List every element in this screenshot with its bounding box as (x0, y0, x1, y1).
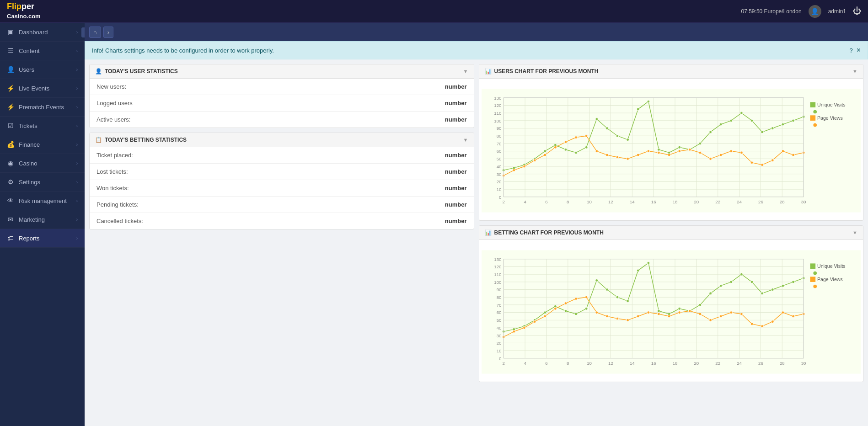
svg-text:10: 10 (587, 199, 592, 204)
svg-text:16: 16 (651, 361, 656, 366)
svg-point-235 (709, 319, 712, 321)
svg-text:4: 4 (524, 199, 526, 204)
svg-point-208 (740, 273, 743, 276)
svg-point-229 (647, 311, 649, 314)
users-chart-collapse[interactable]: ▼ (852, 69, 857, 74)
alert-help-icon[interactable]: ? (849, 47, 852, 54)
users-chart-icon: 📊 (485, 68, 492, 75)
svg-text:110: 110 (494, 272, 501, 277)
table-row: Ticket placed: number (90, 147, 474, 164)
ticket-placed-label: Ticket placed: (96, 152, 133, 159)
svg-text:6: 6 (545, 199, 547, 204)
live-events-icon: ⚡ (7, 85, 14, 92)
new-users-label: New users: (96, 83, 126, 90)
content-icon: ☰ (7, 47, 14, 54)
svg-text:12: 12 (608, 199, 613, 204)
svg-text:30: 30 (801, 361, 806, 366)
svg-text:24: 24 (737, 199, 742, 204)
sidebar-item-dashboard[interactable]: ▣Dashboard › (0, 23, 85, 42)
settings-icon: ⚙ (7, 178, 14, 186)
svg-text:28: 28 (779, 361, 784, 366)
svg-text:60: 60 (496, 149, 501, 154)
logout-button[interactable]: ⏻ (853, 6, 861, 16)
betting-chart-collapse[interactable]: ▼ (852, 230, 857, 235)
chevron-right-icon: › (76, 217, 78, 222)
user-stats-card: 👤 TODAY's USER STATISTICS ▼ New users: n… (89, 64, 474, 128)
users-chart-header: 📊 USERS CHART FOR PREVIOUS MONTH ▼ (479, 64, 863, 79)
sidebar-item-settings[interactable]: ⚙Settings › (0, 173, 85, 192)
svg-point-71 (626, 138, 629, 141)
svg-point-96 (574, 136, 577, 139)
logged-users-label: Logged users (96, 100, 133, 106)
betting-chart-icon: 📊 (485, 229, 492, 236)
betting-stats-collapse[interactable]: ▼ (463, 137, 468, 143)
svg-rect-126 (482, 250, 861, 373)
svg-point-225 (605, 315, 608, 318)
sidebar-item-reports[interactable]: 🏷Reports › (0, 229, 85, 248)
chevron-right-icon: › (76, 123, 78, 128)
reports-icon: 🏷 (7, 234, 14, 242)
svg-point-106 (678, 150, 680, 153)
svg-point-85 (771, 127, 774, 130)
sidebar-item-live-events[interactable]: ⚡Live Events › (0, 79, 85, 98)
sidebar-item-risk-management[interactable]: 👁Risk management › (0, 192, 85, 210)
betting-chart-card: 📊 BETTING CHART FOR PREVIOUS MONTH ▼ 010… (479, 225, 864, 382)
user-stats-icon: 👤 (95, 68, 102, 75)
svg-text:Page Views: Page Views (817, 277, 843, 282)
pending-tickets-label: Pending tickets: (96, 201, 139, 208)
sidebar-item-casino[interactable]: ◉Casino › (0, 154, 85, 173)
svg-point-237 (729, 311, 732, 314)
finance-icon: 💰 (7, 141, 14, 148)
alert-close-button[interactable]: × (857, 46, 861, 54)
sidebar-item-tickets[interactable]: ☑Tickets › (0, 117, 85, 135)
sidebar-item-marketing[interactable]: ✉Marketing › (0, 210, 85, 229)
active-users-value: number (445, 116, 467, 123)
chevron-right-icon: › (76, 236, 78, 241)
svg-point-220 (554, 307, 557, 310)
svg-point-211 (771, 288, 774, 291)
svg-point-194 (595, 279, 598, 282)
breadcrumb-home-button[interactable]: ⌂ (89, 27, 101, 38)
svg-text:Page Views: Page Views (817, 115, 843, 121)
betting-stats-card: 📋 TODAY's BETTING STATISTICS ▼ Ticket pl… (89, 133, 474, 229)
chevron-right-icon: › (76, 48, 78, 53)
svg-text:10: 10 (496, 187, 501, 192)
svg-text:22: 22 (715, 199, 720, 204)
svg-point-115 (771, 159, 774, 162)
svg-text:130: 130 (494, 96, 501, 101)
cancelled-tickets-value: number (445, 218, 467, 224)
sidebar-item-users[interactable]: 👤Users › (0, 60, 85, 79)
users-chart-container: 0102030405060708090100110120130246810121… (479, 79, 863, 220)
sidebar-item-prematch-events[interactable]: ⚡Prematch Events › (0, 98, 85, 117)
svg-point-63 (543, 150, 546, 153)
sidebar-toggle[interactable]: ‹ (81, 27, 85, 37)
svg-point-218 (533, 320, 536, 323)
breadcrumb-next-button[interactable]: › (103, 27, 113, 38)
svg-text:100: 100 (494, 118, 501, 123)
header-right: 07:59:50 Europe/London 👤 admin1 ⏻ (741, 5, 861, 18)
info-alert: Info! Charts settings needs to be config… (85, 41, 868, 59)
sidebar-item-finance[interactable]: 💰Finance › (0, 135, 85, 154)
tickets-icon: ☑ (7, 122, 14, 129)
svg-text:120: 120 (494, 103, 501, 108)
svg-point-95 (564, 141, 567, 144)
user-stats-collapse[interactable]: ▼ (463, 69, 468, 74)
svg-text:24: 24 (737, 361, 742, 366)
new-users-value: number (445, 83, 467, 90)
svg-point-93 (543, 154, 546, 156)
svg-text:6: 6 (545, 361, 547, 366)
svg-point-216 (512, 330, 515, 333)
sidebar-label-reports: Reports (19, 235, 40, 242)
table-row: Lost tickets: number (90, 164, 474, 180)
svg-point-86 (781, 123, 784, 126)
sidebar-label-risk: Risk management (19, 197, 67, 204)
prematch-icon: ⚡ (7, 103, 14, 111)
user-stats-table: New users: number Logged users number Ac… (90, 79, 474, 128)
svg-text:130: 130 (494, 257, 501, 262)
svg-point-207 (729, 281, 732, 283)
sidebar-label-tickets: Tickets (19, 122, 38, 129)
svg-point-250 (813, 285, 817, 288)
table-row: Active users: number (90, 112, 474, 128)
sidebar-item-content[interactable]: ☰Content › (0, 42, 85, 60)
svg-point-65 (564, 148, 567, 151)
